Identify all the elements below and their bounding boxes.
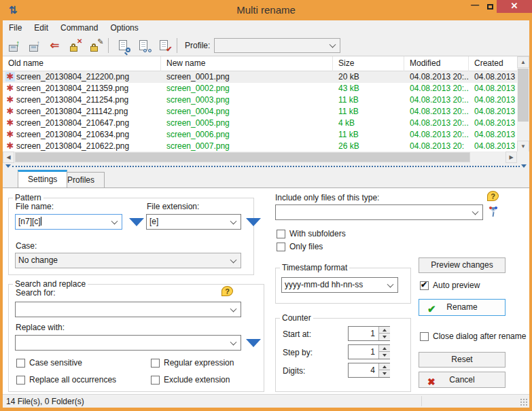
horizontal-scrollbar-thumb[interactable]: [15, 152, 470, 162]
search-replace-group-title: Search and replace: [13, 279, 88, 289]
file-name-combobox[interactable]: [n7][c]: [15, 214, 122, 230]
replace-menu-button[interactable]: [246, 339, 261, 347]
checkbox-box: [277, 230, 285, 238]
close-button[interactable]: ✕: [497, 0, 532, 13]
menu-file[interactable]: File: [3, 20, 28, 35]
horizontal-scrollbar[interactable]: ◀ ▶: [3, 151, 517, 163]
image-file-icon: ✱: [5, 118, 15, 128]
file-row[interactable]: ✱screen_20130804_211142.png screen_0004.…: [3, 106, 517, 118]
file-extension-combobox[interactable]: [e]: [146, 214, 241, 230]
chevron-down-icon: [230, 217, 237, 224]
file-row[interactable]: ✱screen_20130804_211254.png screen_0003.…: [3, 94, 517, 106]
tab-settings[interactable]: Settings: [18, 170, 67, 187]
cancel-button[interactable]: ✖ Cancel: [419, 372, 506, 388]
spin-down-icon[interactable]: [379, 352, 390, 359]
regular-expression-checkbox[interactable]: Regular expression: [151, 358, 234, 368]
file-row[interactable]: ✱screen_20130804_211359.png screen_0002.…: [3, 83, 517, 94]
menu-command[interactable]: Command: [54, 20, 104, 35]
scrollbar-corner: [517, 151, 529, 163]
spin-up-icon[interactable]: [379, 345, 390, 352]
column-header-old-name[interactable]: Old name: [3, 56, 161, 71]
file-rows: ✱screen_20130804_212200.png screen_0001.…: [3, 71, 517, 152]
scroll-right-icon[interactable]: ▶: [506, 151, 517, 163]
column-header-modified[interactable]: Modified: [404, 56, 469, 71]
only-files-checkbox[interactable]: Only files: [277, 242, 323, 251]
checklist-icon[interactable]: ✔: [155, 37, 173, 54]
profile-label: Profile:: [185, 41, 210, 50]
case-sensitive-checkbox[interactable]: Case sensitive: [16, 358, 82, 368]
statusbar: 14 File(s), 0 Folder(s): [3, 394, 529, 408]
replace-all-occurrences-checkbox[interactable]: Replace all occurrences: [16, 375, 116, 385]
image-file-icon: ✱: [5, 130, 15, 139]
scroll-left-icon[interactable]: ◀: [3, 151, 14, 163]
column-header-created[interactable]: Created: [469, 56, 517, 71]
start-at-label: Start at:: [283, 329, 311, 339]
file-row[interactable]: ✱screen_20130804_210634.png screen_0006.…: [3, 129, 517, 141]
menu-edit[interactable]: Edit: [28, 20, 54, 35]
step-by-spinner[interactable]: 1: [348, 344, 390, 359]
save-names-disk-icon[interactable]: ↑: [25, 37, 43, 54]
splitter-collapse-icon[interactable]: [521, 164, 527, 168]
file-row[interactable]: ✱screen_20130804_212200.png screen_0001.…: [3, 71, 517, 83]
vertical-scrollbar[interactable]: ▲ ▼: [517, 56, 529, 152]
spin-up-icon[interactable]: [379, 327, 390, 334]
file-type-combobox[interactable]: [275, 204, 483, 220]
lock-remove-icon[interactable]: ✕: [66, 37, 84, 54]
step-by-label: Step by:: [283, 348, 313, 357]
replace-with-combobox[interactable]: [15, 335, 241, 351]
digits-spinner[interactable]: 4: [348, 363, 390, 378]
timestamp-format-combobox[interactable]: yyyy-mm-dd hh-nn-ss: [281, 277, 398, 293]
filter-funnel-icon[interactable]: [488, 207, 499, 217]
lock-edit-icon[interactable]: ✎: [86, 37, 105, 54]
reset-button[interactable]: Reset: [419, 352, 506, 368]
close-dialog-after-rename-checkbox[interactable]: Close dialog after rename: [420, 332, 526, 341]
start-at-spinner[interactable]: 1: [348, 326, 390, 341]
checkbox-box: [151, 376, 160, 385]
help-icon[interactable]: ?: [221, 286, 233, 296]
resize-grip[interactable]: [520, 398, 528, 406]
window-title: Multi rename: [0, 0, 532, 20]
chevron-down-icon: [230, 338, 237, 345]
preview-document-icon[interactable]: [114, 37, 132, 54]
profile-combobox[interactable]: [214, 38, 340, 53]
splitter-collapse-icon[interactable]: [5, 164, 11, 168]
status-text: 14 File(s), 0 Folder(s): [6, 397, 84, 406]
search-for-combobox[interactable]: [15, 302, 241, 317]
column-header-size[interactable]: Size: [333, 56, 404, 71]
scroll-up-icon[interactable]: ▲: [517, 56, 529, 68]
preview-changes-button[interactable]: Preview changes: [419, 257, 506, 273]
splitter[interactable]: [3, 163, 529, 170]
file-list: Old name New name Size Modified Created …: [3, 56, 529, 163]
chevron-down-icon: [387, 281, 394, 287]
auto-preview-checkbox[interactable]: Auto preview: [420, 281, 480, 290]
minimize-button[interactable]: —: [467, 0, 482, 13]
scroll-down-icon[interactable]: ▼: [517, 141, 529, 152]
load-names-disk-icon[interactable]: ↑: [5, 37, 23, 54]
column-header-new-name[interactable]: New name: [161, 56, 333, 71]
with-subfolders-checkbox[interactable]: With subfolders: [277, 229, 346, 238]
green-check-icon: ✔: [427, 301, 436, 317]
file-extension-pattern-menu-button[interactable]: [246, 218, 261, 226]
maximize-button[interactable]: [482, 0, 497, 13]
rename-button[interactable]: ✔ Rename: [419, 299, 506, 316]
checkbox-box: [420, 332, 429, 341]
window-border-bottom: [0, 408, 532, 411]
vertical-scrollbar-thumb[interactable]: [518, 69, 529, 122]
undo-arrow-icon[interactable]: ⇐: [46, 37, 64, 54]
spin-down-icon[interactable]: [379, 334, 390, 340]
file-name-pattern-menu-button[interactable]: [129, 218, 144, 226]
chevron-down-icon: [230, 305, 237, 312]
help-icon[interactable]: ?: [487, 191, 499, 201]
file-row[interactable]: ✱screen_20130804_210622.png screen_0007.…: [3, 141, 517, 152]
view-document-icon[interactable]: [135, 37, 153, 54]
toolbar-separator: [177, 38, 177, 53]
image-file-icon: ✱: [5, 95, 15, 105]
case-combobox[interactable]: No change: [15, 253, 241, 268]
exclude-extension-checkbox[interactable]: Exclude extension: [151, 375, 230, 385]
settings-page: Pattern File name: [n7][c] File extensio…: [3, 187, 529, 394]
spin-up-icon[interactable]: [379, 363, 390, 370]
chevron-down-icon: [330, 41, 336, 48]
spin-down-icon[interactable]: [379, 370, 390, 377]
menu-options[interactable]: Options: [104, 20, 144, 35]
file-row[interactable]: ✱screen_20130804_210647.png screen_0005.…: [3, 118, 517, 129]
